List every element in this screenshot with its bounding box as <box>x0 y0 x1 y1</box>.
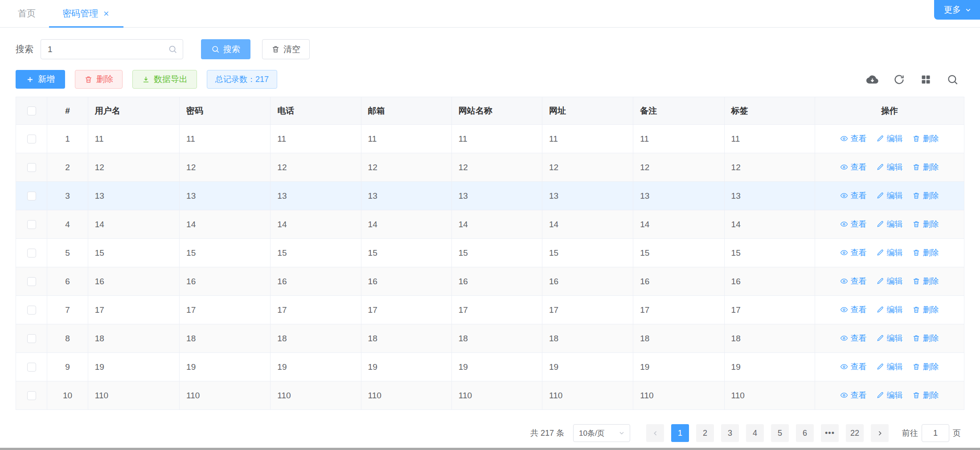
refresh-button[interactable] <box>893 73 906 86</box>
cloud-export-button[interactable] <box>866 73 880 86</box>
password-table: #用户名密码电话邮箱网站名称网址备注标签操作 11111111111111111… <box>16 97 964 410</box>
row-check-cell <box>16 210 47 239</box>
row-index: 7 <box>47 296 88 324</box>
row-checkbox[interactable] <box>27 135 36 143</box>
edit-link[interactable]: 编辑 <box>876 361 902 372</box>
goto-label: 前往 <box>902 428 918 438</box>
search-icon <box>211 45 220 53</box>
row-checkbox[interactable] <box>27 391 36 400</box>
delete-link[interactable]: 删除 <box>912 333 939 344</box>
row-check-cell <box>16 267 47 296</box>
edit-link[interactable]: 编辑 <box>876 190 902 201</box>
row-checkbox[interactable] <box>27 277 36 286</box>
goto-page-input[interactable] <box>922 424 949 442</box>
delete-link[interactable]: 删除 <box>912 361 939 372</box>
close-icon[interactable] <box>103 10 110 17</box>
clear-button[interactable]: 清空 <box>262 39 310 59</box>
row-cell: 11 <box>451 125 542 153</box>
row-cell: 14 <box>542 210 633 239</box>
row-actions: 查看编辑删除 <box>815 210 964 239</box>
row-checkbox[interactable] <box>27 306 36 315</box>
view-link[interactable]: 查看 <box>840 219 866 229</box>
download-icon <box>142 75 150 84</box>
export-button[interactable]: 数据导出 <box>132 70 197 89</box>
edit-link[interactable]: 编辑 <box>876 247 902 258</box>
row-checkbox[interactable] <box>27 192 36 200</box>
view-link[interactable]: 查看 <box>840 247 866 258</box>
edit-link[interactable]: 编辑 <box>876 276 902 286</box>
delete-link[interactable]: 删除 <box>912 219 939 229</box>
row-cell: 15 <box>542 239 633 267</box>
page-button-1[interactable]: 1 <box>671 424 689 442</box>
page-button-2[interactable]: 2 <box>696 424 714 442</box>
page-button-4[interactable]: 4 <box>746 424 764 442</box>
table-header-row: #用户名密码电话邮箱网站名称网址备注标签操作 <box>16 97 964 125</box>
row-cell: 17 <box>724 296 815 324</box>
row-checkbox[interactable] <box>27 249 36 258</box>
edit-link[interactable]: 编辑 <box>876 304 902 315</box>
page-button-6[interactable]: 6 <box>796 424 814 442</box>
delete-link[interactable]: 删除 <box>912 304 939 315</box>
view-link[interactable]: 查看 <box>840 190 866 201</box>
table-row: 11111111111111111查看编辑删除 <box>16 125 964 153</box>
pagination-total: 共 217 条 <box>530 428 564 438</box>
page-size-select[interactable]: 10条/页 <box>573 424 630 442</box>
view-link[interactable]: 查看 <box>840 304 866 315</box>
row-check-cell <box>16 353 47 381</box>
delete-link[interactable]: 删除 <box>912 247 939 258</box>
row-actions: 查看编辑删除 <box>815 324 964 353</box>
view-link[interactable]: 查看 <box>840 162 866 172</box>
edit-link[interactable]: 编辑 <box>876 219 902 229</box>
edit-link[interactable]: 编辑 <box>876 162 902 172</box>
view-link[interactable]: 查看 <box>840 276 866 286</box>
trash-icon <box>912 277 920 285</box>
chevron-down-icon <box>618 430 625 437</box>
row-checkbox[interactable] <box>27 163 36 172</box>
page-button-3[interactable]: 3 <box>721 424 739 442</box>
row-checkbox[interactable] <box>27 220 36 229</box>
row-cell: 17 <box>88 296 179 324</box>
view-link[interactable]: 查看 <box>840 333 866 344</box>
edit-link[interactable]: 编辑 <box>876 390 902 401</box>
tab-password-management-label: 密码管理 <box>62 8 98 20</box>
search-input[interactable] <box>41 39 183 59</box>
next-page-button[interactable] <box>871 424 889 442</box>
more-button[interactable]: 更多 <box>934 0 980 20</box>
column-settings-button[interactable] <box>920 73 933 86</box>
tab-home[interactable]: 首页 <box>4 0 49 27</box>
delete-link[interactable]: 删除 <box>912 162 939 172</box>
select-all-checkbox[interactable] <box>27 106 36 115</box>
row-checkbox[interactable] <box>27 363 36 372</box>
add-button[interactable]: 新增 <box>16 70 65 89</box>
delete-button[interactable]: 删除 <box>75 70 123 89</box>
row-checkbox[interactable] <box>27 334 36 343</box>
row-cell: 17 <box>633 296 724 324</box>
trash-icon <box>912 163 920 171</box>
page-button-5[interactable]: 5 <box>771 424 789 442</box>
row-cell: 110 <box>633 381 724 410</box>
search-toggle-button[interactable] <box>947 73 960 86</box>
edit-link[interactable]: 编辑 <box>876 133 902 144</box>
view-link[interactable]: 查看 <box>840 133 866 144</box>
view-link[interactable]: 查看 <box>840 390 866 401</box>
edit-link[interactable]: 编辑 <box>876 333 902 344</box>
search-button[interactable]: 搜索 <box>201 39 250 59</box>
tab-password-management[interactable]: 密码管理 <box>49 0 123 27</box>
table-row: 61616161616161616查看编辑删除 <box>16 267 964 296</box>
delete-link[interactable]: 删除 <box>912 276 939 286</box>
view-link[interactable]: 查看 <box>840 361 866 372</box>
row-cell: 17 <box>271 296 361 324</box>
edit-pen-icon <box>876 135 884 143</box>
pages-more-button[interactable]: ••• <box>821 424 839 442</box>
delete-link[interactable]: 删除 <box>912 390 939 401</box>
delete-link[interactable]: 删除 <box>912 190 939 201</box>
row-index: 6 <box>47 267 88 296</box>
row-cell: 19 <box>451 353 542 381</box>
row-actions: 查看编辑删除 <box>815 125 964 153</box>
delete-link[interactable]: 删除 <box>912 133 939 144</box>
password-management-page: 首页 密码管理 更多 搜索 搜索 清空 <box>0 0 980 450</box>
page-button-22[interactable]: 22 <box>846 424 864 442</box>
eye-icon <box>840 391 848 399</box>
prev-page-button[interactable] <box>646 424 664 442</box>
row-cell: 12 <box>361 153 451 182</box>
